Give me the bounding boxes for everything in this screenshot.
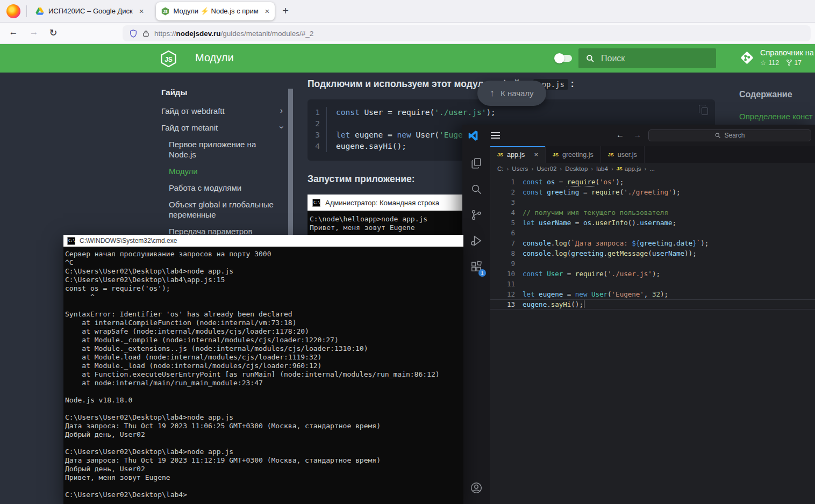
site-header: JS Модули Поиск Справочник на ☆112 bbox=[0, 44, 815, 73]
toc-title: Содержание bbox=[739, 90, 815, 99]
tab-close-icon[interactable]: × bbox=[265, 6, 270, 16]
account-icon[interactable] bbox=[462, 475, 490, 501]
terminal-line: const os = require('os'); bbox=[65, 284, 462, 293]
sidebar-item[interactable]: Работа с модулями bbox=[161, 183, 283, 193]
code-line: 1const User = require('./user.js'); bbox=[308, 107, 715, 118]
breadcrumb-item[interactable]: lab4 bbox=[596, 165, 608, 172]
run-debug-icon[interactable] bbox=[462, 228, 490, 254]
tab-title: Модули ⚡ Node.js с примера bbox=[174, 7, 259, 15]
vscode-search-box[interactable]: Search bbox=[648, 129, 811, 141]
code-editor[interactable]: 1const os = require('os');2const greetin… bbox=[490, 175, 815, 504]
terminal-line: at Module._load (node:internal/modules/c… bbox=[65, 362, 462, 370]
nodejs-logo-icon[interactable]: JS bbox=[160, 50, 177, 68]
tab-label: app.js bbox=[507, 151, 525, 159]
breadcrumb-item[interactable]: Users bbox=[512, 165, 528, 172]
js-file-icon: JS bbox=[553, 152, 559, 157]
editor-back-icon[interactable]: ← bbox=[616, 130, 624, 139]
js-file-icon: JS bbox=[497, 152, 503, 157]
site-search[interactable]: Поиск bbox=[578, 48, 716, 68]
sidebar-item[interactable]: Модули bbox=[161, 166, 283, 176]
search-sidebar-icon[interactable] bbox=[462, 176, 490, 202]
cmd-window: C:\ C:\WINDOWS\System32\cmd.exe Сервер н… bbox=[63, 235, 463, 504]
terminal-line: C:\Users\User02\Desktop\lab4>node app.js bbox=[65, 448, 462, 456]
browser-window: ИСП420ИС – Google Диск × JS Модули ⚡ Nod… bbox=[0, 0, 815, 504]
line-number: 13 bbox=[490, 299, 515, 309]
breadcrumb-item[interactable]: app.js bbox=[625, 165, 641, 172]
terminal-line: Привет, меня зовут Eugene bbox=[65, 473, 462, 482]
source-control-icon[interactable] bbox=[462, 202, 490, 228]
vscode-logo-icon bbox=[468, 130, 479, 141]
terminal-line: at Function.executeUserEntryPoint [as ru… bbox=[65, 370, 462, 379]
cmd-body[interactable]: Сервер начал прослушивание запросов на п… bbox=[63, 247, 463, 504]
sidebar-item[interactable]: Гайд от webdraftt› bbox=[161, 106, 283, 116]
sidebar-scrollbar[interactable] bbox=[288, 89, 293, 235]
code-line: 8console.log(greeting.getMessage(userNam… bbox=[490, 248, 815, 258]
new-tab-button[interactable]: + bbox=[282, 5, 289, 17]
back-icon[interactable]: ← bbox=[6, 27, 20, 38]
breadcrumb-item[interactable]: C: bbox=[497, 165, 504, 172]
reload-icon[interactable]: ↻ bbox=[46, 27, 60, 39]
sidebar-item[interactable]: Объект global и глобальные переменные bbox=[161, 199, 283, 220]
terminal-line: Сервер начал прослушивание запросов на п… bbox=[65, 250, 462, 258]
sidebar-section-title: Гайды bbox=[161, 88, 283, 97]
js-file-icon: JS bbox=[608, 152, 614, 157]
back-to-top-button[interactable]: ↑ К началу bbox=[477, 81, 546, 106]
url-bar[interactable]: https://nodejsdev.ru/guides/metanit/modu… bbox=[123, 25, 811, 41]
sidebar-item[interactable]: Первое приложение на Node.js bbox=[161, 139, 283, 160]
menu-icon[interactable] bbox=[491, 131, 500, 140]
tab-close-icon[interactable]: × bbox=[534, 150, 538, 159]
forward-icon[interactable]: → bbox=[27, 27, 41, 38]
copy-icon[interactable] bbox=[702, 107, 708, 115]
editor-tab-appjs[interactable]: JS app.js × bbox=[490, 146, 546, 163]
editor-tab-userjs[interactable]: JS user.js bbox=[601, 146, 645, 163]
terminal-line: at Module._compile (node:internal/module… bbox=[65, 336, 462, 344]
code-line: 11 bbox=[490, 279, 815, 289]
repo-label: Справочник на bbox=[760, 48, 814, 57]
tab-close-icon[interactable]: × bbox=[139, 6, 144, 16]
toc-link[interactable]: Определение конст bbox=[739, 111, 815, 123]
code-line: 12let eugene = new User('Eugene', 32); bbox=[490, 289, 815, 299]
vscode-titlebar[interactable]: ← → Search bbox=[462, 125, 815, 146]
browser-tab-modules[interactable]: JS Модули ⚡ Node.js с примера × bbox=[156, 2, 275, 20]
editor-tab-greetingjs[interactable]: JS greeting.js bbox=[546, 146, 601, 163]
extensions-icon[interactable]: 1 bbox=[462, 254, 490, 279]
code-line: 3 bbox=[490, 197, 815, 207]
breadcrumb-item[interactable]: ... bbox=[649, 165, 655, 172]
line-number: 7 bbox=[490, 238, 515, 248]
back-to-top-label: К началу bbox=[501, 89, 534, 98]
search-icon bbox=[585, 54, 595, 63]
line-number: 3 bbox=[490, 197, 515, 207]
breadcrumb[interactable]: C:›Users›User02›Desktop›lab4›JSapp.js›..… bbox=[490, 163, 815, 175]
browser-tab-strip: ИСП420ИС – Google Диск × JS Модули ⚡ Nod… bbox=[0, 0, 815, 23]
extensions-badge: 1 bbox=[478, 269, 486, 277]
cmd-title: C:\WINDOWS\System32\cmd.exe bbox=[80, 237, 177, 244]
breadcrumb-item[interactable]: User02 bbox=[537, 165, 556, 172]
line-number: 2 bbox=[490, 187, 515, 197]
code-line: 7console.log(`Дата запроса: ${greeting.d… bbox=[490, 238, 815, 248]
repo-link[interactable]: Справочник на ☆112 17 bbox=[740, 48, 814, 67]
google-drive-icon bbox=[35, 7, 44, 16]
firefox-icon[interactable] bbox=[6, 4, 20, 18]
url-text: https://nodejsdev.ru/guides/metanit/modu… bbox=[154, 30, 313, 38]
browser-tab-drive[interactable]: ИСП420ИС – Google Диск × bbox=[30, 2, 149, 20]
terminal-line: C:\Users\User02\Desktop\lab4\app.js:15 bbox=[65, 276, 462, 284]
editor-tab-bar: JS app.js × JS greeting.js JS user.js bbox=[490, 146, 815, 163]
editor-area: JS app.js × JS greeting.js JS user.js C:… bbox=[490, 146, 815, 504]
theme-toggle[interactable] bbox=[556, 55, 572, 62]
terminal-line: ^ bbox=[65, 293, 462, 301]
star-icon: ☆ bbox=[760, 59, 766, 67]
terminal-line: at Module._extensions..js (node:internal… bbox=[65, 344, 462, 353]
shield-icon[interactable] bbox=[129, 29, 138, 38]
svg-text:JS: JS bbox=[163, 9, 168, 13]
editor-forward-icon[interactable]: → bbox=[633, 130, 641, 139]
sidebar-item[interactable]: Гайд от metanit› bbox=[161, 123, 283, 133]
cmd-titlebar[interactable]: C:\ C:\WINDOWS\System32\cmd.exe bbox=[63, 235, 463, 247]
explorer-icon[interactable] bbox=[462, 150, 490, 176]
terminal-line: at internalCompileFunction (node:interna… bbox=[65, 319, 462, 327]
search-icon bbox=[714, 132, 721, 139]
nodejs-icon: JS bbox=[161, 7, 169, 16]
terminal-line: Дата запроса: Thu Oct 19 2023 11:12:19 G… bbox=[65, 456, 462, 465]
terminal-screenshot-title: Администратор: Командная строка bbox=[325, 199, 439, 207]
breadcrumb-item[interactable]: Desktop bbox=[565, 165, 588, 172]
repo-stats: ☆112 17 bbox=[760, 59, 814, 67]
